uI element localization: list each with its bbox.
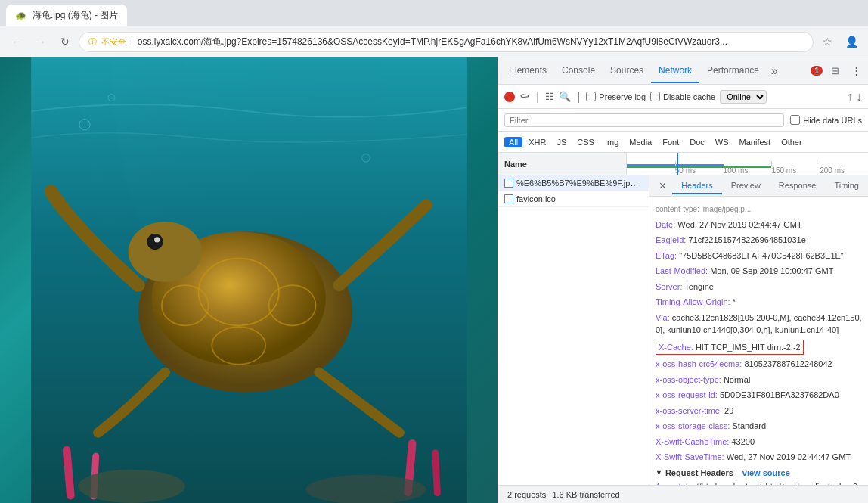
- type-filter-js[interactable]: JS: [552, 137, 571, 147]
- disable-cache-checkbox[interactable]: [650, 92, 660, 101]
- type-filter-bar: All XHR JS CSS Img Media Font Doc WS Man…: [498, 132, 868, 153]
- type-filter-all[interactable]: All: [504, 137, 522, 147]
- devtools-tab-bar: Elements Console Sources Network Perform…: [498, 57, 868, 85]
- type-filter-manifest[interactable]: Manifest: [735, 137, 776, 147]
- header-row: X-Cache: HIT TCP_IMS_HIT dirn:-2:-2: [656, 338, 862, 357]
- preserve-log-label[interactable]: Preserve log: [586, 92, 646, 101]
- svg-point-19: [78, 470, 185, 503]
- divider-2: |: [577, 90, 580, 104]
- header-row: Date: Wed, 27 Nov 2019 02:44:47 GMT: [656, 217, 862, 233]
- devtools-panel: Elements Console Sources Network Perform…: [498, 57, 868, 503]
- preserve-log-checkbox[interactable]: [586, 92, 596, 101]
- list-item-text-turtle: %E6%B5%B7%E9%BE%9F.jpg?...: [516, 179, 643, 188]
- export-button[interactable]: ↓: [856, 90, 862, 104]
- list-item-text-favicon: favicon.ico: [516, 194, 556, 203]
- transferred-size: 1.6 KB transferred: [552, 490, 619, 499]
- record-button[interactable]: [504, 92, 515, 102]
- request-headers-list: Accept: text/html,application/xhtml+xml,…: [656, 479, 862, 486]
- header-row: Via: cache3.12cn1828[105,200-0,M], cache…: [656, 310, 862, 338]
- list-item-turtle[interactable]: %E6%B5%B7%E9%BE%9F.jpg?...: [498, 175, 649, 191]
- devtools-actions: 1 ⊟ ⋮: [811, 62, 865, 80]
- header-row: Last-Modified: Mon, 09 Sep 2019 10:00:47…: [656, 263, 862, 279]
- header-row: EagleId: 71cf221515748226964851031e: [656, 232, 862, 248]
- security-icon: ⓘ: [88, 36, 97, 48]
- type-filter-img[interactable]: Img: [600, 137, 623, 147]
- type-filter-media[interactable]: Media: [625, 137, 656, 147]
- clear-button[interactable]: ⚰: [519, 89, 530, 104]
- list-item-favicon[interactable]: favicon.ico: [498, 191, 649, 207]
- forward-button[interactable]: →: [30, 31, 51, 52]
- divider-1: |: [536, 90, 539, 104]
- type-filter-ws[interactable]: WS: [711, 137, 733, 147]
- hide-data-urls-label[interactable]: Hide data URLs: [790, 115, 862, 125]
- devtools-menu-button[interactable]: ⋮: [847, 62, 865, 80]
- request-headers-section[interactable]: ▼ Request Headers view source: [656, 465, 862, 479]
- type-filter-font[interactable]: Font: [658, 137, 684, 147]
- list-item-icon-turtle: [504, 179, 513, 188]
- headers-tab-bar: × Headers Preview Response Timing: [649, 175, 868, 197]
- import-button[interactable]: ↑: [847, 90, 853, 104]
- devtools-more-tabs[interactable]: »: [767, 61, 783, 81]
- svg-point-12: [129, 222, 202, 282]
- type-filter-css[interactable]: CSS: [572, 137, 599, 147]
- list-item-icon-favicon: [504, 194, 513, 203]
- main-area: Elements Console Sources Network Perform…: [0, 57, 868, 503]
- search-icon[interactable]: 🔍: [559, 91, 571, 102]
- filter-bar: Hide data URLs: [498, 109, 868, 132]
- type-filter-xhr[interactable]: XHR: [524, 137, 550, 147]
- devtools-tab-network[interactable]: Network: [651, 59, 699, 83]
- svg-point-14: [154, 237, 160, 242]
- waterfall-bar-green: [627, 166, 771, 168]
- error-badge: 1: [811, 66, 823, 76]
- network-toolbar: ⚰ | ☷ 🔍 | Preserve log Disable cache Onl…: [498, 85, 868, 109]
- type-filter-other[interactable]: Other: [777, 137, 807, 147]
- ruler-mark-100ms: 100 ms: [724, 166, 749, 175]
- header-content-type-partial: content-type: image/jpeg;p...: [656, 201, 862, 217]
- turtle-image: [0, 57, 498, 503]
- requests-pane: %E6%B5%B7%E9%BE%9F.jpg?... favicon.ico ×…: [498, 175, 868, 485]
- disable-cache-label[interactable]: Disable cache: [650, 92, 715, 101]
- svg-point-20: [305, 475, 426, 503]
- header-row: ETag: "75D5B6C48683EFAF470C5428F62B3E1E": [656, 248, 862, 264]
- back-button[interactable]: ←: [6, 31, 27, 52]
- header-row: x-oss-request-id: 5D0DE31F801BFA3237682D…: [656, 387, 862, 403]
- bookmark-button[interactable]: ☆: [817, 31, 838, 52]
- request-headers-title: Request Headers: [665, 468, 733, 477]
- svg-point-13: [147, 234, 163, 250]
- view-source-link[interactable]: view source: [742, 468, 790, 477]
- close-panel-button[interactable]: ×: [653, 176, 672, 196]
- devtools-tab-elements[interactable]: Elements: [501, 59, 554, 83]
- timeline-ruler: Name 50 ms 100 ms 150 ms 200 ms: [498, 153, 868, 175]
- response-headers-list: Date: Wed, 27 Nov 2019 02:44:47 GMTEagle…: [656, 217, 862, 465]
- timeline-indicator: [677, 153, 678, 175]
- timeline-ruler-inner: 50 ms 100 ms 150 ms 200 ms: [627, 153, 868, 175]
- header-row: X-Swift-CacheTime: 43200: [656, 434, 862, 450]
- headers-tab-response[interactable]: Response: [770, 178, 826, 194]
- reload-button[interactable]: ↻: [54, 31, 76, 52]
- headers-tab-timing[interactable]: Timing: [825, 178, 868, 194]
- filter-input[interactable]: [504, 113, 784, 127]
- headers-panel: × Headers Preview Response Timing conten…: [649, 175, 868, 485]
- headers-tab-preview[interactable]: Preview: [722, 178, 770, 194]
- devtools-tab-console[interactable]: Console: [554, 59, 603, 83]
- import-export-buttons: ↑ ↓: [847, 90, 862, 104]
- filter-icon[interactable]: ☷: [545, 91, 554, 102]
- tab-title: 海龟.jpg (海龟) - 图片: [33, 9, 118, 22]
- browser-tab[interactable]: 🐢 海龟.jpg (海龟) - 图片: [6, 5, 127, 26]
- type-filter-doc[interactable]: Doc: [685, 137, 709, 147]
- devtools-dock-button[interactable]: ⊟: [826, 62, 844, 80]
- address-bar[interactable]: ⓘ 不安全 | oss.lyxaicx.com/海龟.jpg?Expires=1…: [79, 32, 814, 52]
- throttle-select[interactable]: Online: [720, 90, 767, 104]
- headers-tab-headers[interactable]: Headers: [672, 178, 722, 194]
- devtools-tab-sources[interactable]: Sources: [603, 59, 651, 83]
- header-row: x-oss-hash-crc64ecma: 810523788761224804…: [656, 356, 862, 372]
- ruler-mark-150ms: 150 ms: [771, 166, 796, 175]
- ruler-mark-200ms: 200 ms: [820, 166, 845, 175]
- status-bar: 2 requests 1.6 KB transferred: [498, 485, 868, 503]
- requests-count: 2 requests: [507, 490, 546, 499]
- hide-data-urls-checkbox[interactable]: [790, 115, 800, 125]
- account-button[interactable]: 👤: [841, 31, 862, 52]
- header-row: x-oss-server-time: 29: [656, 403, 862, 419]
- requests-list: %E6%B5%B7%E9%BE%9F.jpg?... favicon.ico: [498, 175, 649, 485]
- devtools-tab-performance[interactable]: Performance: [699, 59, 767, 83]
